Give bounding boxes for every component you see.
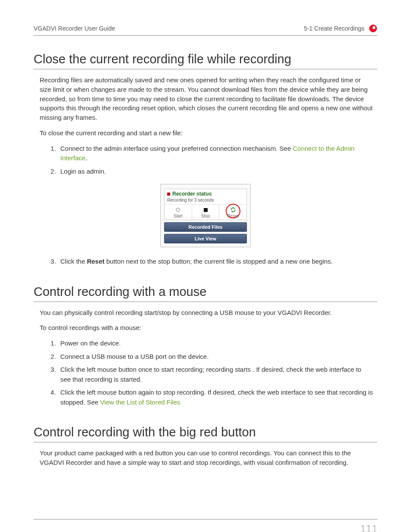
ordered-list: Power on the device. Connect a USB mouse… (40, 339, 373, 407)
link-view-stored-files[interactable]: View the List of Stored Files (100, 398, 181, 406)
page-number: 111 (34, 523, 377, 532)
list-item: Click the left mouse button once to star… (58, 365, 373, 384)
paragraph: You can physically control recording sta… (40, 308, 373, 317)
button-label: Reset (227, 214, 239, 218)
document-page: VGADVI Recorder User Guide 5-1 Create Re… (0, 0, 411, 532)
footer-rule (34, 519, 377, 520)
paragraph: To control recordings with a mouse: (40, 323, 373, 333)
recording-indicator-icon (167, 193, 170, 196)
recorder-status-title: Recorder status (165, 189, 246, 198)
section-big-red-button: Control recording with the big red butto… (34, 425, 377, 467)
svg-rect-3 (204, 208, 208, 212)
recorder-status-subtext: Recording for 3 seconds (165, 198, 246, 204)
section-close-recording: Close the current recording file while r… (34, 52, 377, 267)
stop-square-icon (192, 206, 219, 213)
step-text: . (85, 154, 87, 162)
recorder-status-box: Recorder status Recording for 3 seconds … (164, 189, 247, 220)
button-label: Start (174, 214, 183, 218)
live-view-button[interactable]: Live View (164, 234, 247, 243)
step-text: Connect to the admin interface using you… (60, 145, 293, 152)
section-control-mouse: Control recording with a mouse You can p… (34, 285, 377, 408)
step-text: button next to the stop button; the curr… (105, 258, 333, 265)
section-title: Control recording with a mouse (34, 285, 377, 302)
paragraph: Recording files are automatically saved … (40, 75, 373, 122)
ordered-list-continued: Click the Reset button next to the stop … (40, 257, 373, 267)
paragraph: Your product came packaged with a red bu… (40, 448, 373, 467)
list-item: Click the left mouse button again to sto… (58, 388, 373, 407)
start-button[interactable]: Start (165, 205, 192, 220)
header-right: 5-1 Create Recordings (304, 24, 377, 33)
brand-logo-icon (369, 24, 377, 33)
section-title: Control recording with the big red butto… (34, 425, 377, 442)
recorder-panel: Recorder status Recording for 3 seconds … (160, 184, 251, 247)
recorder-button-row: Start Stop (165, 204, 246, 220)
stop-button[interactable]: Stop (192, 205, 220, 220)
reset-button[interactable]: Reset (219, 205, 246, 220)
list-item: Connect a USB mouse to a USB port on the… (58, 352, 373, 362)
header-section-label: 5-1 Create Recordings (304, 25, 364, 32)
list-item: Power on the device. (58, 339, 373, 348)
section-title: Close the current recording file while r… (34, 52, 377, 69)
recorded-files-button[interactable]: Recorded Files (164, 222, 247, 232)
reset-arrows-icon (219, 206, 246, 213)
page-header: VGADVI Recorder User Guide 5-1 Create Re… (34, 24, 377, 36)
ordered-list: Connect to the admin interface using you… (40, 144, 373, 177)
list-item: Click the Reset button next to the stop … (58, 257, 373, 267)
list-item: Connect to the admin interface using you… (58, 144, 373, 163)
svg-point-1 (373, 26, 375, 29)
step-text: Click the (60, 258, 87, 265)
list-item: Login as admin. (58, 167, 373, 177)
figure-recorder-status: Recorder status Recording for 3 seconds … (34, 184, 377, 247)
button-label: Stop (201, 214, 210, 218)
status-title-text: Recorder status (172, 191, 212, 196)
header-left: VGADVI Recorder User Guide (34, 25, 115, 32)
record-circle-icon (165, 206, 192, 213)
step-bold: Reset (87, 258, 105, 265)
paragraph: To close the current recording and start… (40, 128, 373, 138)
svg-point-2 (176, 208, 180, 212)
